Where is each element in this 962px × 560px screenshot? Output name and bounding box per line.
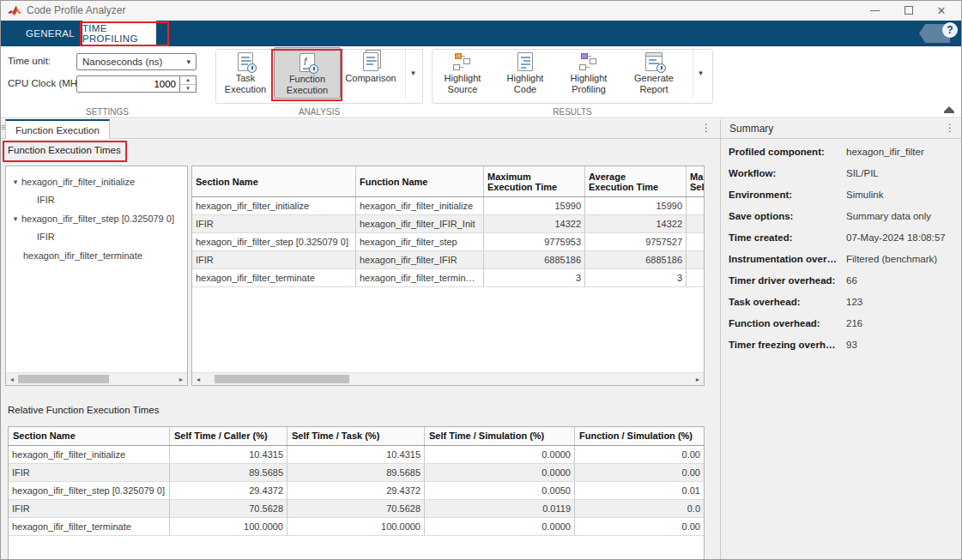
highlight-source-button[interactable]: Highlight Source [434, 47, 491, 99]
highlight-profiling-button[interactable]: Highlight Profiling [559, 47, 619, 99]
collapse-ribbon-button[interactable] [943, 105, 955, 114]
col-header-self-time-task[interactable]: Self Time / Task (%) [287, 427, 425, 445]
table-row[interactable]: hexagon_ifir_filter_initialize 10.4315 1… [9, 446, 704, 464]
col-header-clipped[interactable]: MaSel [687, 166, 704, 196]
spin-up-button[interactable]: ▲ [180, 76, 196, 85]
cell: 15990 [484, 197, 585, 215]
time-unit-value: Nanoseconds (ns) [82, 57, 162, 67]
tree-horizontal-scrollbar[interactable]: ◄ ► [6, 372, 187, 385]
table-row[interactable]: hexagon_ifir_filter_initialize hexagon_i… [192, 197, 704, 215]
scrollbar-thumb[interactable] [215, 375, 349, 383]
tree-item[interactable]: ▾hexagon_ifir_filter_initialize [6, 172, 187, 191]
summary-row: Time created:07-May-2024 18:08:57 [729, 232, 960, 244]
summary-row: Timer driver overhead:66 [729, 275, 960, 287]
cell: 3 [585, 269, 687, 287]
section-title: Function Execution Times [8, 145, 121, 155]
scroll-left-icon[interactable]: ◄ [192, 373, 204, 385]
cell: 0.0 [575, 500, 704, 518]
close-button[interactable]: ✕ [929, 1, 954, 20]
summary-title: Summary [729, 123, 773, 135]
table-row[interactable]: IFIR hexagon_ifir_filter_IFIR 6885186 68… [192, 251, 704, 269]
time-unit-dropdown[interactable]: Nanoseconds (ns) ▾ [76, 53, 197, 70]
col-header-function-simulation[interactable]: Function / Simulation (%) [575, 427, 704, 445]
highlight-source-label-1: Highlight [445, 73, 481, 84]
col-header-function-name[interactable]: Function Name [356, 166, 484, 196]
generate-report-label-2: Report [639, 84, 668, 95]
table-row[interactable]: IFIR hexagon_ifir_filter_IFIR_Init 14322… [192, 215, 704, 233]
close-icon: ✕ [937, 4, 947, 17]
cell: IFIR [192, 215, 356, 233]
execution-times-table: Section Name Function Name MaximumExecut… [191, 166, 705, 386]
panel-divider[interactable] [720, 119, 721, 560]
table-row[interactable]: hexagon_ifir_filter_step [0.325079 0] he… [192, 233, 704, 251]
results-gallery-dropdown[interactable]: ▾ [693, 47, 708, 99]
task-execution-label-1: Task [236, 73, 256, 84]
highlight-profiling-label-2: Profiling [572, 84, 606, 95]
col-header-self-time-simulation[interactable]: Self Time / Simulation (%) [425, 427, 575, 445]
generate-report-button[interactable]: Generate Report [623, 47, 685, 99]
cell: 10.4315 [170, 446, 287, 464]
summary-row: Timer freezing overh…93 [729, 340, 960, 352]
tab-general[interactable]: GENERAL [18, 21, 82, 46]
cell: 0.00 [575, 446, 704, 464]
tree-item-label: IFIR [37, 232, 55, 242]
table-row[interactable]: IFIR 70.5628 70.5628 0.0119 0.0 [9, 500, 704, 518]
summary-row: Task overhead:123 [729, 297, 960, 309]
summary-row: Environment:Simulink [729, 190, 960, 202]
highlight-code-button[interactable]: Highlight Code [496, 47, 554, 99]
function-execution-button[interactable]: f Function Execution [274, 47, 341, 99]
cell: 10.4315 [287, 446, 425, 464]
cell: 100.0000 [287, 518, 425, 536]
tree-item[interactable]: ▾hexagon_ifir_filter_step [0.325079 0] [6, 209, 187, 228]
table-horizontal-scrollbar[interactable]: ◄ ► [192, 372, 704, 385]
tree-item[interactable]: hexagon_ifir_filter_terminate [6, 246, 187, 265]
col-header-section-name[interactable]: Section Name [192, 166, 356, 196]
col-header-section-name[interactable]: Section Name [9, 427, 170, 445]
minimize-button[interactable] [862, 1, 887, 20]
cell: IFIR [9, 464, 170, 482]
cell: IFIR [192, 251, 356, 269]
cell: 0.00 [575, 464, 704, 482]
cpu-clock-input[interactable] [76, 75, 180, 93]
table-header-row: Section Name Self Time / Caller (%) Self… [9, 427, 704, 446]
highlight-source-icon [452, 51, 473, 73]
scrollbar-thumb[interactable] [18, 375, 109, 383]
cell: hexagon_ifir_filter_initialize [192, 197, 356, 215]
col-header-avg-exec-time[interactable]: AverageExecution Time [585, 166, 687, 196]
tree-expand-icon[interactable]: ▾ [9, 214, 21, 223]
maximize-icon [905, 6, 913, 15]
table-row[interactable]: hexagon_ifir_filter_terminate hexagon_if… [192, 269, 704, 287]
scroll-right-icon[interactable]: ► [175, 373, 187, 385]
tree-expand-icon[interactable]: ▾ [9, 178, 21, 186]
help-icon: ? [947, 24, 953, 36]
table-row[interactable]: hexagon_ifir_filter_terminate 100.0000 1… [9, 518, 704, 536]
scroll-right-icon[interactable]: ► [692, 373, 704, 385]
spin-down-button[interactable]: ▼ [180, 85, 196, 93]
cell: hexagon_ifir_filter_termin… [356, 269, 484, 287]
tree-item[interactable]: IFIR [6, 191, 187, 210]
highlight-code-icon [517, 51, 533, 73]
cell: 6885186 [484, 251, 585, 269]
comparison-button[interactable]: Comparison [343, 47, 398, 99]
tree-item[interactable]: IFIR [6, 228, 187, 247]
table-row[interactable]: hexagon_ifir_filter_step [0.325079 0] 29… [9, 482, 704, 500]
analysis-gallery-dropdown[interactable]: ▾ [405, 47, 420, 99]
function-tree: ▾hexagon_ifir_filter_initialize IFIR ▾he… [6, 166, 187, 265]
summary-menu-button[interactable]: ⋮ [945, 122, 955, 134]
cell: 0.01 [575, 482, 704, 500]
table-row[interactable]: IFIR 89.5685 89.5685 0.0000 0.00 [9, 464, 704, 482]
summary-row: Workflow:SIL/PIL [729, 168, 960, 180]
col-header-self-time-caller[interactable]: Self Time / Caller (%) [170, 427, 287, 445]
col-header-max-exec-time[interactable]: MaximumExecution Time [484, 166, 585, 196]
scroll-left-icon[interactable]: ◄ [6, 373, 18, 385]
minimize-icon [870, 10, 880, 11]
tab-time-profiling[interactable]: TIME PROFILING [82, 21, 156, 46]
cell: hexagon_ifir_filter_step [0.325079 0] [192, 233, 356, 251]
title-bar: Code Profile Analyzer ✕ [1, 1, 961, 21]
tab-function-execution-panel[interactable]: Function Execution [5, 119, 110, 139]
maximize-button[interactable] [896, 1, 922, 20]
help-button[interactable]: ? [942, 22, 958, 38]
cell: 0.0000 [425, 518, 575, 536]
panel-menu-button[interactable]: ⋮ [701, 122, 711, 134]
task-execution-button[interactable]: Task Execution [218, 47, 273, 99]
